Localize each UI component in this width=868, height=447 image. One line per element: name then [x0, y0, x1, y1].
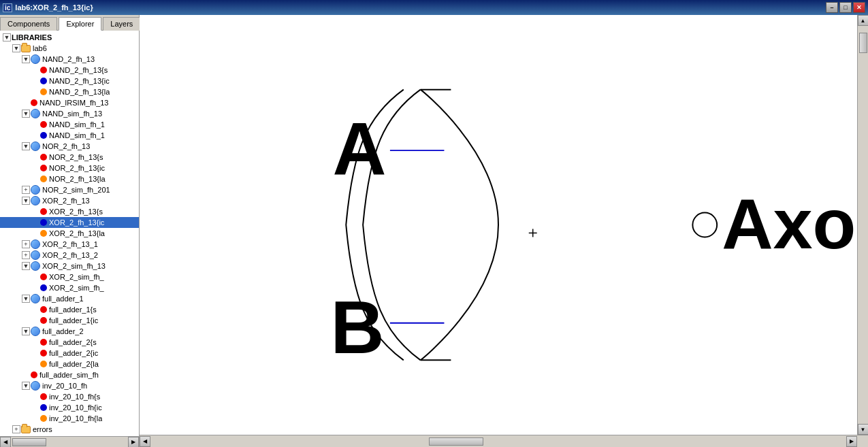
- expand-icon[interactable]: +: [12, 425, 20, 433]
- expand-icon[interactable]: ▼: [22, 197, 30, 205]
- tree-item-nor2-ic[interactable]: NOR_2_fh_13{ic: [0, 163, 139, 173]
- dot-red-icon: [40, 350, 47, 357]
- schematic-canvas: A B: [140, 15, 857, 435]
- item-label: XOR_2_fh_13{s: [49, 208, 103, 216]
- expand-icon[interactable]: ▼: [22, 382, 30, 390]
- expand-icon[interactable]: ▼: [22, 262, 30, 270]
- dot-red-icon: [31, 99, 37, 106]
- scroll-left-arrow[interactable]: ◀: [0, 437, 11, 448]
- tree-item-full-adder-sim[interactable]: full_adder_sim_fh: [0, 369, 139, 380]
- v-scroll-thumb[interactable]: [859, 33, 867, 53]
- tree-item-nor2-sim[interactable]: + NOR_2_sim_fh_201: [0, 184, 139, 195]
- dot-orange-icon: [40, 176, 47, 182]
- item-label: full_adder_2{ic: [49, 349, 98, 357]
- expand-icon[interactable]: +: [22, 186, 30, 194]
- tree-item-xor2-sim2[interactable]: XOR_2_sim_fh_: [0, 282, 139, 293]
- tree-item-xor2-2[interactable]: + XOR_2_fh_13_2: [0, 250, 139, 261]
- tree-item-full-adder2-s[interactable]: full_adder_2{s: [0, 337, 139, 348]
- tree-item-xor2-1[interactable]: + XOR_2_fh_13_1: [0, 239, 139, 250]
- tab-explorer[interactable]: Explorer: [59, 17, 101, 31]
- tree-item-xor2-sim1[interactable]: XOR_2_sim_fh_: [0, 271, 139, 282]
- canvas-scroll-left-arrow[interactable]: ◀: [140, 436, 150, 447]
- tree-item-full-adder2-la[interactable]: full_adder_2{la: [0, 359, 139, 369]
- item-label: XOR_2_sim_fh_: [49, 284, 104, 292]
- title-bar: ic lab6:XOR_2_fh_13{ic} – □ ✕: [0, 0, 868, 15]
- tab-components[interactable]: Components: [0, 17, 57, 31]
- tree-item-xor2-la[interactable]: XOR_2_fh_13{la: [0, 228, 139, 239]
- tree-root-libraries[interactable]: ▼ LIBRARIES: [0, 32, 139, 43]
- tree-item-full-adder1[interactable]: ▼ full_adder_1: [0, 293, 139, 304]
- tree-item-inv-la[interactable]: inv_20_10_fh{la: [0, 413, 139, 424]
- expand-icon[interactable]: ▼: [3, 33, 11, 42]
- expand-icon[interactable]: ▼: [22, 110, 30, 118]
- item-label: NAND_sim_fh_1: [49, 131, 105, 139]
- close-button[interactable]: ✕: [853, 2, 865, 13]
- item-label: lab6: [33, 44, 47, 52]
- tree-item-errors[interactable]: + errors: [0, 424, 139, 435]
- canvas-h-scroll-track: [150, 436, 846, 447]
- tree-item-inv-s[interactable]: inv_20_10_fh{s: [0, 391, 139, 402]
- window-controls: – □ ✕: [826, 2, 865, 13]
- window-title: lab6:XOR_2_fh_13{ic}: [15, 3, 93, 12]
- item-label: inv_20_10_fh{s: [49, 393, 100, 401]
- tree-item-full-adder1-s[interactable]: full_adder_1{s: [0, 304, 139, 315]
- expand-icon[interactable]: +: [22, 251, 30, 259]
- dot-red-icon: [40, 393, 47, 400]
- expand-icon[interactable]: ▼: [22, 142, 30, 150]
- tab-layers[interactable]: Layers: [103, 17, 140, 31]
- tree-item-nand2-s[interactable]: NAND_2_fh_13{s: [0, 65, 139, 76]
- tree-hscroll[interactable]: ◀ ▶: [0, 436, 139, 447]
- expand-icon[interactable]: ▼: [12, 44, 20, 52]
- maximize-button[interactable]: □: [839, 2, 852, 13]
- tree-item-nor2-la[interactable]: NOR_2_fh_13{la: [0, 173, 139, 184]
- tree-item-nor2-s[interactable]: NOR_2_fh_13{s: [0, 152, 139, 163]
- tree-item-xor2-s[interactable]: XOR_2_fh_13{s: [0, 206, 139, 217]
- canvas-area[interactable]: A B: [140, 15, 857, 435]
- expand-icon[interactable]: ▼: [22, 295, 30, 303]
- right-panel: A B: [140, 15, 868, 447]
- expand-icon[interactable]: ▼: [22, 327, 30, 335]
- circle-icon: [31, 142, 40, 151]
- item-label: full_adder_2{s: [49, 338, 97, 346]
- tree-item-xor2-ic[interactable]: XOR_2_fh_13{ic: [0, 217, 139, 228]
- tree-item-inv[interactable]: ▼ inv_20_10_fh: [0, 380, 139, 391]
- v-scroll-track: [858, 26, 869, 424]
- tree-item-nand2[interactable]: ▼ NAND_2_fh_13: [0, 54, 139, 65]
- tree-item-nor2[interactable]: ▼ NOR_2_fh_13: [0, 141, 139, 152]
- canvas-hscroll[interactable]: ◀ ▶: [140, 435, 868, 447]
- item-label: NOR_2_sim_fh_201: [42, 186, 110, 194]
- tree-item-nand-irsim[interactable]: NAND_IRSIM_fh_13: [0, 97, 139, 108]
- tree-item-nand2-la[interactable]: NAND_2_fh_13{la: [0, 86, 139, 97]
- tree-item-xor2-sim[interactable]: ▼ XOR_2_sim_fh_13: [0, 261, 139, 271]
- tree-item-xor2[interactable]: ▼ XOR_2_fh_13: [0, 195, 139, 206]
- expand-icon[interactable]: +: [22, 240, 30, 248]
- dot-red-icon: [40, 274, 47, 280]
- scroll-down-arrow[interactable]: ▼: [858, 424, 869, 435]
- tree-item-full-adder1-ic[interactable]: full_adder_1{ic: [0, 315, 139, 326]
- canvas-h-scroll-thumb[interactable]: [429, 437, 483, 446]
- dot-blue-icon: [40, 78, 47, 84]
- tree-item-nand-sim1[interactable]: NAND_sim_fh_1: [0, 119, 139, 130]
- scroll-right-arrow[interactable]: ▶: [128, 437, 139, 448]
- dot-red-icon: [40, 317, 47, 324]
- dot-red-icon: [31, 371, 37, 378]
- window-title-area: ic lab6:XOR_2_fh_13{ic}: [3, 3, 93, 12]
- h-scroll-thumb[interactable]: [12, 438, 46, 446]
- tree-item-nand-sim[interactable]: ▼ NAND_sim_fh_13: [0, 108, 139, 119]
- folder-icon: [21, 426, 31, 433]
- tree-item-inv-ic[interactable]: inv_20_10_fh{ic: [0, 402, 139, 413]
- tree-item-lab6[interactable]: ▼ lab6: [0, 43, 139, 54]
- minimize-button[interactable]: –: [826, 2, 838, 13]
- expand-icon[interactable]: ▼: [22, 55, 30, 63]
- tree-item-nand-sim2[interactable]: NAND_sim_fh_1: [0, 130, 139, 141]
- dot-blue-icon: [40, 132, 47, 139]
- tree-item-full-adder2-ic[interactable]: full_adder_2{ic: [0, 348, 139, 359]
- canvas-scroll-right-arrow[interactable]: ▶: [846, 436, 857, 447]
- item-label: XOR_2_fh_13_2: [42, 251, 98, 259]
- scroll-up-arrow[interactable]: ▲: [858, 15, 869, 26]
- tree-item-full-adder2[interactable]: ▼ full_adder_2: [0, 326, 139, 337]
- library-tree[interactable]: ▼ LIBRARIES ▼ lab6 ▼ NAND_2_fh_13: [0, 31, 139, 436]
- item-label: full_adder_sim_fh: [39, 371, 99, 379]
- tree-item-nand2-ic[interactable]: NAND_2_fh_13{ic: [0, 76, 139, 86]
- v-scrollbar[interactable]: ▲ ▼: [857, 15, 868, 435]
